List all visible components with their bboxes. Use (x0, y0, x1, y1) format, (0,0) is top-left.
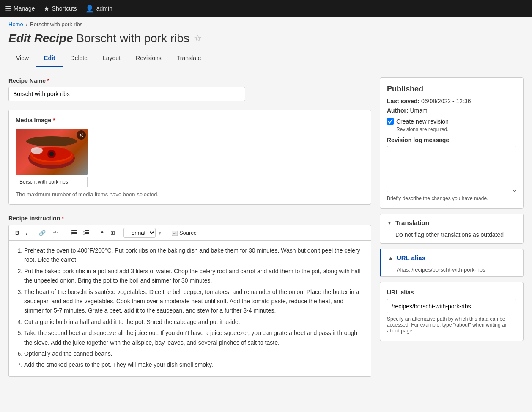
bullet-list-icon (71, 230, 77, 235)
url-alias-title: URL alias (397, 254, 425, 261)
toolbar-divider-4 (121, 229, 121, 237)
shortcuts-nav-item[interactable]: ★ Shortcuts (44, 5, 77, 13)
toolbar-divider-1 (33, 229, 33, 237)
user-icon: 👤 (85, 5, 94, 13)
url-alias-description: Alias: /recipes/borscht-with-pork-ribs (381, 266, 523, 276)
source-label: Source (179, 230, 197, 236)
create-revision-label: Create new revision (396, 118, 449, 125)
tab-edit[interactable]: Edit (36, 50, 63, 67)
tab-translate[interactable]: Translate (169, 50, 209, 67)
favorite-icon[interactable]: ☆ (194, 33, 202, 44)
breadcrumb-current: Borscht with pork ribs (30, 21, 82, 27)
create-revision-row: Create new revision (387, 118, 516, 125)
revision-log-hint: Briefly describe the changes you have ma… (387, 195, 516, 201)
list-item: The heart of the borscht is sautéed vege… (24, 287, 364, 316)
italic-button[interactable]: I (23, 228, 30, 238)
required-star: * (47, 77, 49, 84)
list-item: Take the second beet and squeeze all the… (24, 328, 364, 347)
media-image-label: Media Image * (16, 117, 364, 124)
tab-delete[interactable]: Delete (63, 50, 95, 67)
svg-point-8 (71, 230, 72, 231)
recipe-name-input[interactable] (8, 87, 245, 101)
media-image-section: Media Image * (8, 110, 371, 205)
page-title: Edit Recipe Borscht with pork ribs (8, 32, 189, 45)
remove-media-button[interactable]: ✕ (77, 130, 86, 140)
translation-title: Translation (395, 219, 429, 226)
last-saved-row: Last saved: 06/08/2022 - 12:36 (387, 98, 516, 104)
source-button[interactable]: </> Source (169, 228, 200, 238)
translation-description: Do not flag other translations as outdat… (395, 231, 504, 238)
published-panel: Published Last saved: 06/08/2022 - 12:36… (380, 77, 524, 209)
author-label: Author: (387, 107, 409, 114)
tab-view[interactable]: View (8, 50, 36, 67)
svg-point-5 (31, 147, 43, 154)
embed-button[interactable]: ⊞ (107, 228, 118, 238)
svg-text:3.: 3. (83, 233, 85, 235)
svg-point-6 (49, 152, 54, 156)
page-title-prefix: Edit Recipe (8, 32, 73, 45)
svg-point-7 (26, 136, 77, 146)
revisions-required-note: Revisions are required. (396, 126, 516, 132)
bold-button[interactable]: B (12, 228, 22, 238)
manage-label: Manage (14, 5, 35, 12)
editor-toolbar: B I 🔗 (9, 225, 371, 241)
unlink-button[interactable] (49, 228, 62, 238)
recipe-name-field: Recipe Name * (8, 77, 371, 101)
page-title-bar: Edit Recipe Borscht with pork ribs ☆ (0, 29, 532, 50)
page-title-name: Borscht with pork ribs (76, 32, 189, 45)
hamburger-icon: ☰ (5, 5, 11, 13)
media-required-star: * (53, 117, 55, 124)
tab-layout[interactable]: Layout (95, 50, 128, 67)
numbered-list-button[interactable]: 1. 2. 3. (80, 228, 92, 238)
translation-panel: ▼ Translation Do not flag other translat… (380, 214, 524, 244)
last-saved-label: Last saved: (387, 98, 420, 104)
translation-chevron: ▼ (387, 220, 392, 226)
toolbar-divider-5 (166, 229, 166, 237)
format-arrow: ▼ (157, 230, 162, 236)
url-alias-input[interactable] (387, 299, 516, 313)
create-revision-checkbox[interactable] (387, 118, 394, 125)
revision-log-textarea[interactable] (387, 146, 516, 192)
list-item: Preheat the oven to 400°F/200°C. Put por… (24, 246, 364, 265)
bullet-list-button[interactable] (68, 228, 80, 238)
recipe-instruction-label: Recipe instruction * (8, 215, 371, 222)
numbered-list-icon: 1. 2. 3. (83, 230, 89, 235)
format-dropdown[interactable]: Format (123, 228, 156, 238)
url-alias-form-panel: URL alias Specify an alternative path by… (380, 282, 524, 341)
list-item: Add the smoked pears to the pot. They wi… (24, 360, 364, 369)
top-navigation: ☰ Manage ★ Shortcuts 👤 admin (0, 0, 532, 17)
toolbar-divider-3 (95, 229, 95, 237)
recipe-instruction-section: Recipe instruction * B I 🔗 (8, 215, 371, 377)
manage-nav-item[interactable]: ☰ Manage (5, 5, 35, 13)
media-hint: The maximum number of media items have b… (16, 191, 364, 198)
last-saved-value: 06/08/2022 - 12:36 (421, 98, 471, 104)
blockquote-button[interactable]: ❝ (98, 228, 107, 238)
svg-rect-15 (85, 230, 89, 231)
recipe-editor: B I 🔗 (8, 225, 371, 377)
url-alias-header[interactable]: ▲ URL alias (381, 249, 523, 266)
revision-log-label: Revision log message (387, 137, 516, 143)
breadcrumb-separator: › (26, 21, 27, 27)
tabs-bar: View Edit Delete Layout Revisions Transl… (0, 50, 532, 67)
list-item: Optionally add the canned beans. (24, 349, 364, 358)
translation-header[interactable]: ▼ Translation (380, 214, 523, 231)
editor-content[interactable]: Preheat the oven to 400°F/200°C. Put por… (9, 241, 371, 376)
svg-point-12 (71, 233, 72, 235)
breadcrumb: Home › Borscht with pork ribs (0, 17, 532, 29)
link-button[interactable]: 🔗 (36, 228, 49, 238)
author-row: Author: Umami (387, 107, 516, 114)
svg-rect-13 (72, 233, 77, 234)
shortcuts-label: Shortcuts (52, 5, 77, 12)
breadcrumb-home[interactable]: Home (8, 21, 23, 27)
tab-revisions[interactable]: Revisions (128, 50, 169, 67)
admin-nav-item[interactable]: 👤 admin (85, 5, 112, 13)
instruction-required-star: * (62, 215, 64, 222)
svg-rect-9 (72, 230, 77, 231)
published-title: Published (387, 85, 516, 93)
author-value: Umami (410, 107, 428, 114)
media-caption: Borscht with pork ribs (16, 177, 88, 187)
url-alias-header-panel: ▲ URL alias Alias: /recipes/borscht-with… (380, 249, 524, 277)
svg-rect-11 (72, 232, 77, 233)
published-panel-body: Published Last saved: 06/08/2022 - 12:36… (380, 78, 523, 208)
right-sidebar: Published Last saved: 06/08/2022 - 12:36… (380, 77, 524, 341)
